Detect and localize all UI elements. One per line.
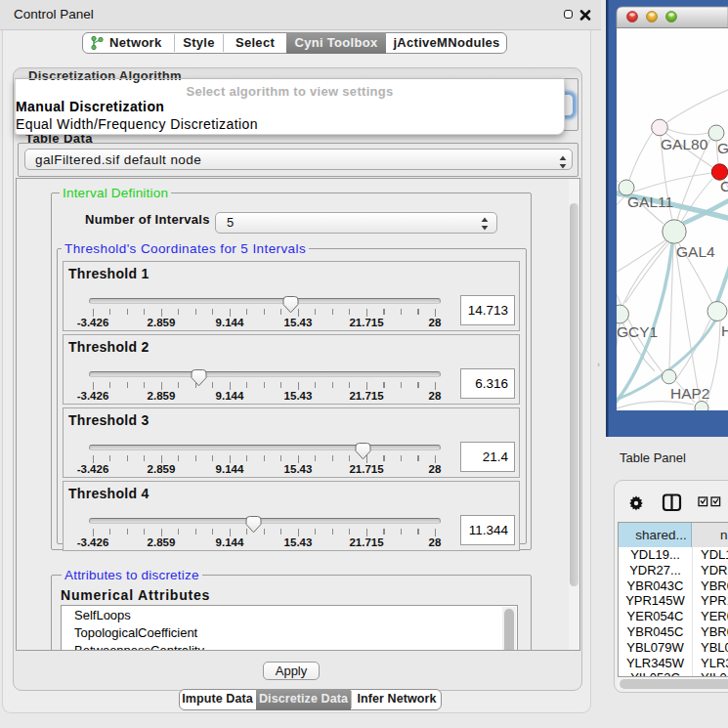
svg-text:GAL80: GAL80 bbox=[661, 136, 708, 152]
svg-text:GAL4: GAL4 bbox=[676, 243, 715, 260]
svg-text:G.: G. bbox=[717, 140, 728, 156]
svg-text:H: H bbox=[721, 322, 728, 339]
svg-text:GCY1: GCY1 bbox=[617, 323, 658, 340]
svg-text:GAL11: GAL11 bbox=[627, 193, 673, 210]
svg-text:HAP2: HAP2 bbox=[670, 385, 710, 402]
svg-text:C: C bbox=[720, 178, 728, 194]
